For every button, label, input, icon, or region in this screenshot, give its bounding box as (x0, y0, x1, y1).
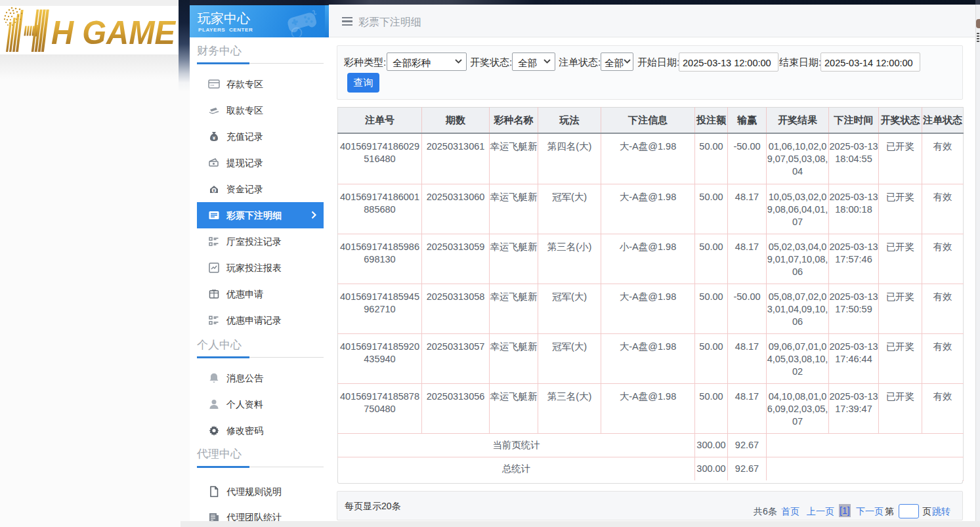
svg-text:¥: ¥ (213, 135, 216, 141)
svg-text:¥: ¥ (213, 188, 215, 193)
svg-text:H GAME: H GAME (51, 14, 177, 51)
